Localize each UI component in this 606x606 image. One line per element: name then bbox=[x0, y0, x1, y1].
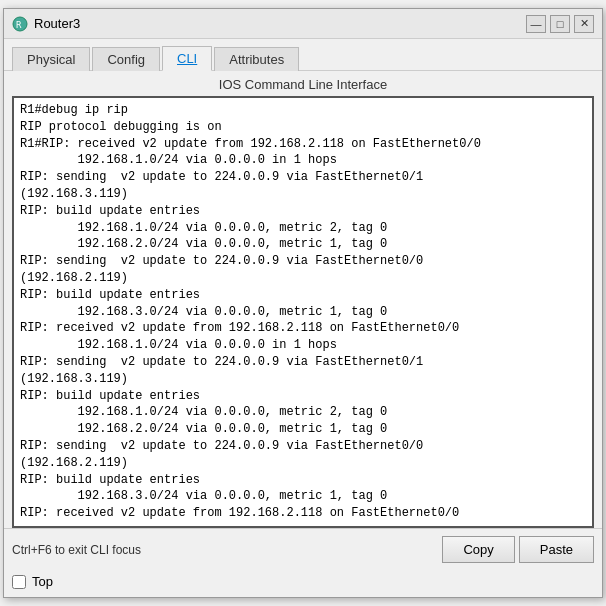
router-icon: R bbox=[12, 16, 28, 32]
paste-button[interactable]: Paste bbox=[519, 536, 594, 563]
top-checkbox-label: Top bbox=[12, 574, 53, 589]
bottom-bar: Top bbox=[4, 570, 602, 597]
button-group: Copy Paste bbox=[442, 536, 594, 563]
tab-physical[interactable]: Physical bbox=[12, 47, 90, 71]
top-checkbox[interactable] bbox=[12, 575, 26, 589]
title-bar: R Router3 — □ ✕ bbox=[4, 9, 602, 39]
title-bar-controls: — □ ✕ bbox=[526, 15, 594, 33]
tab-bar: Physical Config CLI Attributes bbox=[4, 39, 602, 71]
maximize-button[interactable]: □ bbox=[550, 15, 570, 33]
minimize-button[interactable]: — bbox=[526, 15, 546, 33]
section-title: IOS Command Line Interface bbox=[4, 71, 602, 96]
tab-config[interactable]: Config bbox=[92, 47, 160, 71]
cli-output[interactable]: R1#debug ip rip RIP protocol debugging i… bbox=[14, 98, 592, 526]
status-bar: Ctrl+F6 to exit CLI focus Copy Paste bbox=[4, 528, 602, 570]
top-label: Top bbox=[32, 574, 53, 589]
tab-cli[interactable]: CLI bbox=[162, 46, 212, 71]
main-window: R Router3 — □ ✕ Physical Config CLI Attr… bbox=[3, 8, 603, 598]
cli-container: R1#debug ip rip RIP protocol debugging i… bbox=[12, 96, 594, 528]
tab-attributes[interactable]: Attributes bbox=[214, 47, 299, 71]
copy-button[interactable]: Copy bbox=[442, 536, 514, 563]
cli-hint-text: Ctrl+F6 to exit CLI focus bbox=[12, 543, 141, 557]
close-button[interactable]: ✕ bbox=[574, 15, 594, 33]
title-bar-left: R Router3 bbox=[12, 16, 80, 32]
window-title: Router3 bbox=[34, 16, 80, 31]
svg-text:R: R bbox=[16, 20, 22, 30]
